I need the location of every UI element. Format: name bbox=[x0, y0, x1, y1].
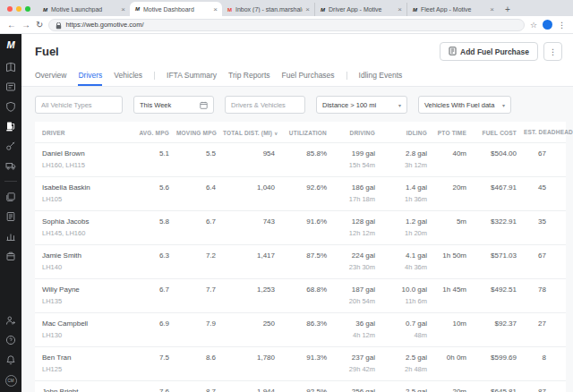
fuel-icon[interactable] bbox=[4, 120, 17, 132]
back-icon[interactable]: ← bbox=[7, 21, 16, 30]
browser-tab[interactable]: M Fleet App - Motive × bbox=[406, 3, 499, 16]
tab-title: Inbox (7) - stan.marshal@trucki bbox=[235, 6, 303, 13]
driving-cell: 187 gal20h 54m bbox=[330, 279, 379, 313]
distance-filter[interactable]: Distance > 100 mi ▾ bbox=[316, 96, 407, 114]
nav-tab-drivers[interactable]: Drivers bbox=[78, 67, 102, 86]
fuel-cost-cell: $492.51 bbox=[470, 279, 520, 313]
close-window-icon[interactable] bbox=[7, 6, 13, 12]
user-avatar[interactable]: CM bbox=[5, 375, 17, 387]
new-tab-button[interactable]: + bbox=[500, 3, 515, 16]
table-row[interactable]: Daniel Brown LH160, LH115 5.1 5.5 954 85… bbox=[35, 143, 566, 177]
pto-time-cell: 20m bbox=[431, 177, 470, 211]
browser-profile-avatar[interactable] bbox=[543, 20, 552, 30]
help-icon[interactable] bbox=[4, 334, 17, 346]
tab-favicon-icon: M bbox=[134, 6, 141, 12]
tab-favicon-icon: M bbox=[412, 7, 418, 13]
table-row[interactable]: Jamie Smith LH140 6.3 7.2 1,417 87.5% 22… bbox=[35, 245, 566, 279]
browser-toolbar: ← → ↻ https://web.gomotive.com/ ☆ ⋮ bbox=[0, 16, 573, 34]
notifications-icon[interactable] bbox=[4, 354, 17, 366]
nav-tab-vehicles[interactable]: Vehicles bbox=[114, 67, 142, 86]
driver-name[interactable]: Daniel Brown bbox=[42, 149, 132, 158]
browser-menu-icon[interactable]: ⋮ bbox=[558, 21, 566, 30]
driver-name[interactable]: Wiliy Payne bbox=[42, 285, 132, 294]
driver-name[interactable]: Jamie Smith bbox=[42, 251, 132, 260]
total-dist-cell: 1,417 bbox=[219, 245, 278, 279]
launchpad-icon[interactable] bbox=[4, 61, 17, 73]
tab-close-icon[interactable]: × bbox=[121, 5, 125, 13]
more-options-button[interactable]: ⋮ bbox=[543, 42, 562, 61]
nav-tab-overview[interactable]: Overview bbox=[35, 67, 66, 86]
maximize-window-icon[interactable] bbox=[25, 6, 30, 12]
reports-icon[interactable] bbox=[4, 210, 17, 223]
driver-name[interactable]: Sophia Jacobs bbox=[42, 217, 132, 226]
total-dist-cell: 1,944 bbox=[219, 381, 278, 392]
table-row[interactable]: John Bright LH120 7.6 8.7 1,944 92.5% 25… bbox=[35, 381, 566, 392]
nav-tab-idling-events[interactable]: Idling Events bbox=[359, 67, 403, 86]
pto-time-cell: 0h 0m bbox=[431, 347, 470, 381]
fuel-cost-cell: $467.91 bbox=[470, 177, 520, 211]
table-row[interactable]: Mac Campbell LH130 6.9 7.9 250 86.3% 36 … bbox=[35, 313, 566, 347]
utilization-cell: 68.8% bbox=[278, 279, 330, 313]
invite-user-icon[interactable] bbox=[4, 314, 17, 327]
browser-tab[interactable]: M Motive Launchpad × bbox=[38, 3, 130, 16]
fuel-data-filter[interactable]: Vehicles With Fuel data ▾ bbox=[418, 96, 511, 114]
column-header[interactable]: FUEL COST bbox=[470, 122, 520, 143]
column-header[interactable]: UTILIZATION bbox=[278, 122, 330, 143]
bookmark-star-icon[interactable]: ☆ bbox=[530, 21, 537, 30]
nav-tab-trip-reports[interactable]: Trip Reports bbox=[228, 67, 269, 86]
vehicle-types-filter[interactable] bbox=[35, 96, 123, 114]
window-controls[interactable] bbox=[0, 6, 38, 16]
nav-tab-fuel-purchases[interactable]: Fuel Purchases bbox=[282, 67, 335, 86]
table-row[interactable]: Wiliy Payne LH135 6.7 7.7 1,253 68.8% 18… bbox=[35, 279, 566, 313]
drivers-vehicles-filter[interactable] bbox=[225, 96, 305, 114]
table-row[interactable]: Sophia Jacobs LH145, LH160 5.8 6.7 743 9… bbox=[35, 211, 566, 245]
column-header[interactable]: MOVING MPG bbox=[173, 122, 219, 143]
column-header[interactable]: IDLING bbox=[379, 122, 431, 143]
add-fuel-purchase-button[interactable]: Add Fuel Purchase bbox=[440, 42, 538, 61]
fleet-icon[interactable] bbox=[4, 81, 17, 93]
column-header[interactable]: PTO TIME bbox=[431, 122, 470, 143]
tab-favicon-icon: M bbox=[227, 7, 233, 13]
pto-time-cell: 40m bbox=[431, 143, 470, 177]
address-bar[interactable]: https://web.gomotive.com/ bbox=[48, 19, 525, 31]
fuel-cost-cell: $571.03 bbox=[470, 245, 520, 279]
tab-close-icon[interactable]: × bbox=[490, 5, 494, 13]
dispatch-icon[interactable] bbox=[4, 159, 17, 172]
column-header[interactable]: DRIVING bbox=[330, 122, 379, 143]
nav-tab-ifta-summary[interactable]: IFTA Summary bbox=[167, 67, 217, 86]
forward-icon[interactable]: → bbox=[21, 21, 30, 30]
total-dist-cell: 250 bbox=[219, 313, 278, 347]
column-header[interactable]: DRIVER bbox=[35, 122, 135, 143]
minimize-window-icon[interactable] bbox=[16, 6, 21, 12]
driver-name[interactable]: Ben Tran bbox=[42, 354, 132, 362]
date-range-filter[interactable]: This Week bbox=[133, 96, 214, 114]
analytics-icon[interactable] bbox=[4, 230, 17, 243]
total-dist-cell: 1,780 bbox=[219, 347, 278, 381]
maintenance-icon[interactable] bbox=[4, 140, 17, 152]
sidebar-divider bbox=[4, 181, 17, 182]
refresh-icon[interactable]: ↻ bbox=[36, 21, 43, 30]
driving-cell: 224 gal23h 30m bbox=[330, 245, 379, 279]
browser-tab[interactable]: M Driver App - Motive × bbox=[314, 3, 406, 16]
table-row[interactable]: Ben Tran LH125 7.5 8.6 1,780 91.3% 237 g… bbox=[35, 347, 566, 381]
browser-tab[interactable]: M Inbox (7) - stan.marshal@trucki × bbox=[222, 3, 314, 16]
column-header[interactable]: EST. DEADHEAD (MI)BETA bbox=[520, 122, 566, 143]
driver-name[interactable]: Mac Campbell bbox=[42, 320, 132, 328]
tab-close-icon[interactable]: × bbox=[305, 5, 310, 13]
safety-icon[interactable] bbox=[4, 100, 17, 113]
driver-name[interactable]: Isabella Baskin bbox=[42, 183, 132, 192]
driver-vehicles: LH130 bbox=[42, 331, 132, 339]
avg-mpg-cell: 5.6 bbox=[135, 177, 173, 211]
drivers-vehicles-input[interactable] bbox=[231, 101, 299, 109]
column-header[interactable]: AVG. MPG bbox=[135, 122, 173, 143]
driver-name[interactable]: John Bright bbox=[42, 388, 132, 392]
vehicle-types-input[interactable] bbox=[41, 101, 116, 109]
tab-close-icon[interactable]: × bbox=[213, 5, 218, 13]
table-row[interactable]: Isabella Baskin LH105 5.6 6.4 1,040 92.6… bbox=[35, 177, 566, 211]
documents-icon[interactable] bbox=[4, 191, 17, 203]
assets-icon[interactable] bbox=[4, 250, 17, 262]
tab-close-icon[interactable]: × bbox=[398, 5, 402, 13]
column-header[interactable]: TOTAL DIST. (MI)∨ bbox=[219, 122, 278, 143]
browser-tab[interactable]: M Motive Dashboard × bbox=[130, 2, 222, 16]
avg-mpg-cell: 6.7 bbox=[135, 279, 173, 313]
